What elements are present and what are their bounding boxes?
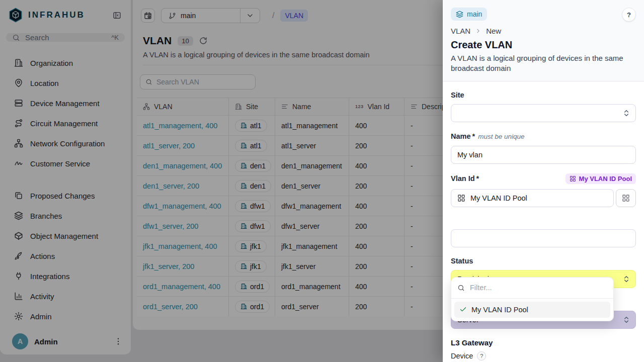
- name-input[interactable]: [451, 146, 636, 164]
- pool-picker-button[interactable]: [616, 189, 636, 207]
- required-marker: *: [472, 132, 475, 140]
- pool-dropdown: My VLAN ID Pool: [451, 277, 614, 321]
- chevrons-up-down-icon: [622, 316, 630, 324]
- drawer-header: main ? VLAN New Create VLAN A VLAN is a …: [443, 0, 644, 81]
- status-label: Status: [451, 257, 636, 265]
- vlan-id-pool-value: My VLAN ID Pool: [470, 194, 527, 202]
- l3-gateway-section-label: L3 Gateway: [451, 338, 636, 347]
- required-marker: *: [476, 174, 479, 183]
- help-button[interactable]: ?: [622, 8, 636, 22]
- branch-badge-label: main: [467, 10, 482, 18]
- grid-icon: [457, 194, 465, 202]
- device-label: Device: [451, 352, 473, 360]
- drawer-description: A VLAN is a logical grouping of devices …: [451, 53, 627, 74]
- grid-icon: [570, 175, 576, 182]
- chevron-right-icon: [475, 28, 481, 34]
- branch-badge: main: [451, 8, 487, 21]
- site-label: Site: [451, 91, 636, 99]
- pool-option-my-vlan-id-pool[interactable]: My VLAN ID Pool: [454, 302, 610, 318]
- site-select[interactable]: [451, 104, 636, 122]
- name-label: Name: [451, 132, 471, 140]
- name-hint: must be unique: [478, 133, 524, 140]
- chevrons-up-down-icon: [622, 109, 630, 117]
- search-icon: [457, 284, 465, 292]
- pool-badge[interactable]: My VLAN ID Pool: [566, 173, 636, 184]
- pool-option-label: My VLAN ID Pool: [471, 306, 528, 314]
- grid-icon: [622, 194, 630, 202]
- check-icon: [459, 306, 467, 313]
- pool-filter-row[interactable]: [451, 278, 613, 299]
- drawer-title: Create VLAN: [451, 39, 636, 51]
- vlan-id-pool-input[interactable]: My VLAN ID Pool: [451, 189, 614, 207]
- drawer-breadcrumb: VLAN New: [451, 27, 636, 35]
- pool-badge-label: My VLAN ID Pool: [579, 175, 632, 183]
- layers-icon: [456, 11, 463, 18]
- create-vlan-form: Site Name*must be unique Vlan Id* My VLA…: [443, 81, 644, 362]
- pool-filter-input[interactable]: [470, 284, 596, 292]
- description-input[interactable]: [451, 229, 636, 247]
- device-help-badge[interactable]: ?: [477, 351, 486, 360]
- breadcrumb-parent: VLAN: [451, 27, 470, 35]
- vlan-id-label: Vlan Id: [451, 174, 475, 183]
- create-vlan-drawer: main ? VLAN New Create VLAN A VLAN is a …: [443, 0, 644, 362]
- chevrons-up-down-icon: [622, 275, 630, 283]
- breadcrumb-current: New: [486, 27, 501, 35]
